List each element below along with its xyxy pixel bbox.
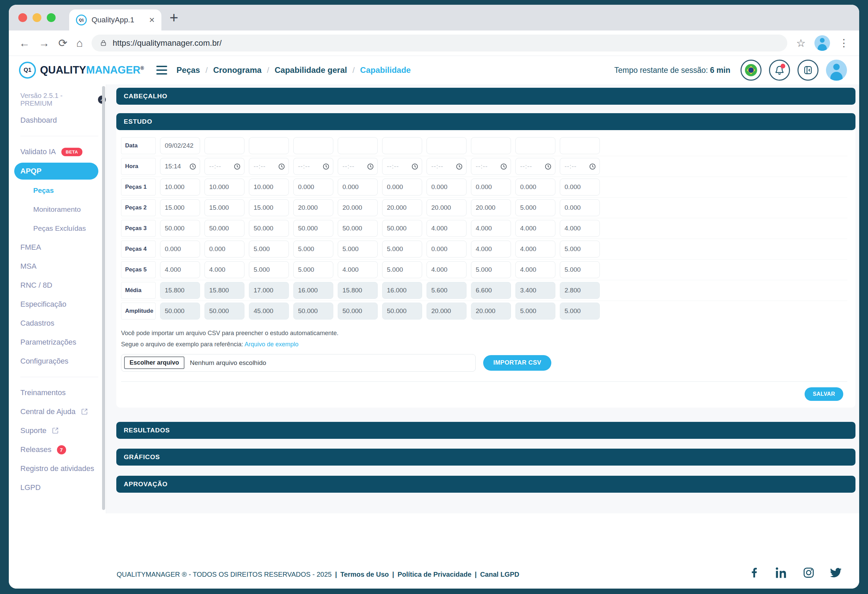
date-input[interactable] xyxy=(471,137,511,154)
time-input[interactable]: --:-- xyxy=(338,158,378,175)
window-minimize-button[interactable] xyxy=(32,13,41,22)
value-input[interactable]: 4.000 xyxy=(204,261,245,278)
import-csv-button[interactable]: IMPORTAR CSV xyxy=(483,355,551,371)
date-input[interactable]: 09/02/242 xyxy=(160,137,200,154)
date-input[interactable] xyxy=(338,137,378,154)
time-input[interactable]: --:-- xyxy=(382,158,422,175)
value-input[interactable]: 10.000 xyxy=(160,178,200,196)
value-input[interactable]: 15.000 xyxy=(160,199,200,216)
value-input[interactable]: 0.000 xyxy=(382,178,422,196)
sidebar-item-pecas[interactable]: Peças xyxy=(9,181,106,200)
date-input[interactable] xyxy=(204,137,245,154)
sidebar-item-especificacao[interactable]: Especificação xyxy=(9,295,106,314)
footer-link-politica-de-privacidade[interactable]: Política de Privacidade xyxy=(397,570,471,578)
value-input[interactable]: 5.000 xyxy=(471,261,511,278)
choose-file-button[interactable]: Escolher arquivo xyxy=(124,357,185,369)
sidebar-item-suporte[interactable]: Suporte xyxy=(9,421,106,440)
date-input[interactable] xyxy=(382,137,422,154)
value-input[interactable]: 50.000 xyxy=(160,220,200,237)
value-input[interactable]: 4.000 xyxy=(338,261,378,278)
value-input[interactable]: 5.000 xyxy=(515,199,555,216)
time-input[interactable]: --:-- xyxy=(204,158,245,175)
value-input[interactable]: 0.000 xyxy=(560,178,600,196)
date-input[interactable] xyxy=(249,137,289,154)
linkedin-icon[interactable] xyxy=(776,567,787,578)
twitter-icon[interactable] xyxy=(830,567,841,578)
value-input[interactable]: 5.000 xyxy=(560,240,600,258)
window-close-button[interactable] xyxy=(18,13,27,22)
value-input[interactable]: 5.000 xyxy=(338,240,378,258)
value-input[interactable]: 20.000 xyxy=(427,199,466,216)
value-input[interactable]: 5.000 xyxy=(382,261,422,278)
time-input[interactable]: --:-- xyxy=(471,158,511,175)
sidebar-item-fmea[interactable]: FMEA xyxy=(9,238,106,257)
value-input[interactable]: 20.000 xyxy=(382,199,422,216)
value-input[interactable]: 5.000 xyxy=(293,261,333,278)
time-input[interactable]: 15:14 xyxy=(160,158,200,175)
sidebar-item-validato-ia[interactable]: Validato IABETA xyxy=(9,142,106,161)
sidebar-scrollbar[interactable] xyxy=(102,86,105,510)
value-input[interactable]: 5.000 xyxy=(249,240,289,258)
sidebar-item-pecas-excluidas[interactable]: Peças Excluídas xyxy=(9,219,106,238)
value-input[interactable]: 5.000 xyxy=(249,261,289,278)
value-input[interactable]: 50.000 xyxy=(249,220,289,237)
breadcrumb-item-cronograma[interactable]: Cronograma xyxy=(213,65,262,75)
new-tab-button[interactable]: + xyxy=(170,10,179,25)
value-input[interactable]: 50.000 xyxy=(338,220,378,237)
value-input[interactable]: 0.000 xyxy=(160,240,200,258)
sidebar-item-rnc-8d[interactable]: RNC / 8D xyxy=(9,276,106,295)
value-input[interactable]: 15.000 xyxy=(249,199,289,216)
sidebar-item-lgpd[interactable]: LGPD xyxy=(9,478,106,497)
value-input[interactable]: 20.000 xyxy=(338,199,378,216)
accordion-cabecalho[interactable]: CABEÇALHO xyxy=(116,88,855,105)
home-icon[interactable]: ⌂ xyxy=(76,38,83,49)
sidebar-item-central-de-ajuda[interactable]: Central de Ajuda xyxy=(9,402,106,421)
breadcrumb-item-capabilidade[interactable]: Capabilidade xyxy=(360,65,410,75)
value-input[interactable]: 20.000 xyxy=(293,199,333,216)
sidebar-item-registro-de-atividades[interactable]: Registro de atividades xyxy=(9,459,106,478)
menu-icon[interactable] xyxy=(156,66,167,75)
tab-close-icon[interactable]: × xyxy=(149,15,155,25)
footer-link-termos-de-uso[interactable]: Termos de Uso xyxy=(340,570,389,578)
date-input[interactable] xyxy=(515,137,555,154)
breadcrumb-item-capabilidade-geral[interactable]: Capabilidade geral xyxy=(275,65,347,75)
example-file-link[interactable]: Arquivo de exemplo xyxy=(245,341,298,348)
back-icon[interactable]: ← xyxy=(19,38,30,49)
instagram-icon[interactable] xyxy=(803,567,815,578)
notifications-button[interactable] xyxy=(769,60,790,81)
date-input[interactable] xyxy=(293,137,333,154)
value-input[interactable]: 5.000 xyxy=(560,261,600,278)
address-bar[interactable]: https://qualitymanager.com.br/ xyxy=(92,35,787,52)
forward-icon[interactable]: → xyxy=(38,38,50,49)
file-input[interactable]: Escolher arquivo Nenhum arquivo escolhid… xyxy=(121,354,476,372)
value-input[interactable]: 0.000 xyxy=(515,178,555,196)
value-input[interactable]: 50.000 xyxy=(293,220,333,237)
sidebar-item-dashboard[interactable]: Dashboard xyxy=(9,111,106,130)
value-input[interactable]: 50.000 xyxy=(204,220,245,237)
breadcrumb-item-pecas[interactable]: Peças xyxy=(177,65,200,75)
value-input[interactable]: 4.000 xyxy=(427,220,466,237)
accordion-resultados[interactable]: RESULTADOS xyxy=(116,422,855,439)
date-input[interactable] xyxy=(427,137,466,154)
value-input[interactable]: 4.000 xyxy=(471,220,511,237)
time-input[interactable]: --:-- xyxy=(293,158,333,175)
facebook-icon[interactable] xyxy=(748,567,760,578)
value-input[interactable]: 4.000 xyxy=(427,261,466,278)
value-input[interactable]: 10.000 xyxy=(249,178,289,196)
value-input[interactable]: 0.000 xyxy=(427,178,466,196)
value-input[interactable]: 0.000 xyxy=(560,199,600,216)
value-input[interactable]: 20.000 xyxy=(471,199,511,216)
sidebar-item-cadastros[interactable]: Cadastros xyxy=(9,314,106,333)
accordion-graficos[interactable]: GRÁFICOS xyxy=(116,449,855,466)
value-input[interactable]: 4.000 xyxy=(515,261,555,278)
value-input[interactable]: 50.000 xyxy=(382,220,422,237)
value-input[interactable]: 4.000 xyxy=(515,240,555,258)
browser-menu-icon[interactable]: ⋮ xyxy=(839,38,849,48)
value-input[interactable]: 0.000 xyxy=(204,240,245,258)
value-input[interactable]: 4.000 xyxy=(471,240,511,258)
value-input[interactable]: 15.000 xyxy=(204,199,245,216)
sidebar-item-monitoramento[interactable]: Monitoramento xyxy=(9,200,106,219)
sidebar-item-msa[interactable]: MSA xyxy=(9,257,106,276)
value-input[interactable]: 0.000 xyxy=(471,178,511,196)
date-input[interactable] xyxy=(560,137,600,154)
